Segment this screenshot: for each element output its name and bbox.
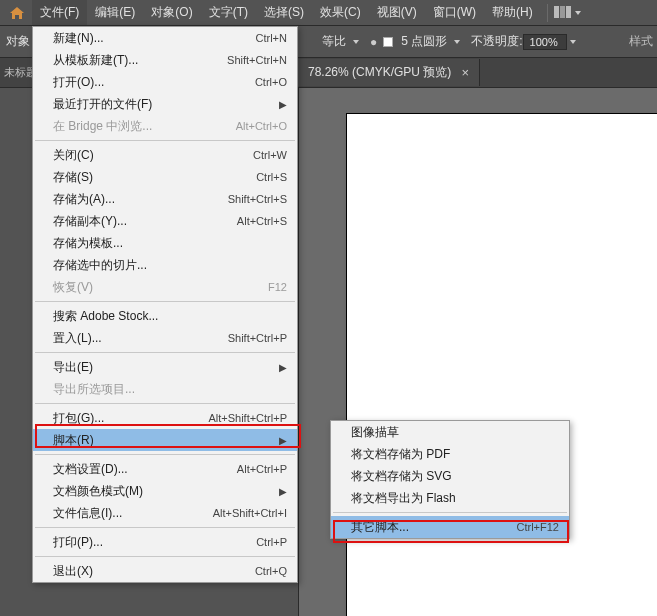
file-menu-item-label: 从模板新建(T)... (53, 52, 227, 69)
home-icon[interactable] (8, 4, 26, 22)
file-menu-item-label: 在 Bridge 中浏览... (53, 118, 236, 135)
submenu-arrow-icon: ▶ (279, 99, 287, 110)
close-icon[interactable]: × (461, 65, 469, 80)
file-menu-item-14[interactable]: 搜索 Adobe Stock... (33, 305, 297, 327)
script-menu-item-3[interactable]: 将文档导出为 Flash (331, 487, 569, 509)
layout-icon[interactable] (554, 6, 572, 20)
menu-file[interactable]: 文件(F) (32, 0, 87, 25)
file-menu-item-shortcut: Alt+Ctrl+P (237, 463, 287, 475)
file-menu-item-29[interactable]: 退出(X)Ctrl+Q (33, 560, 297, 582)
menu-help[interactable]: 帮助(H) (484, 0, 541, 25)
file-menu-item-label: 文档设置(D)... (53, 461, 237, 478)
script-menu-item-label: 其它脚本... (351, 519, 517, 536)
file-menu-item-0[interactable]: 新建(N)...Ctrl+N (33, 27, 297, 49)
file-menu-item-label: 退出(X) (53, 563, 255, 580)
doc-tab-label: 78.26% (CMYK/GPU 预览) (308, 64, 451, 81)
file-menu-item-label: 文件信息(I)... (53, 505, 213, 522)
file-menu-item-shortcut: Ctrl+O (255, 76, 287, 88)
opacity-label: 不透明度: (471, 33, 522, 50)
menu-window[interactable]: 窗口(W) (425, 0, 484, 25)
file-menu-item-label: 存储为(A)... (53, 191, 228, 208)
file-menu-item-17[interactable]: 导出(E)▶ (33, 356, 297, 378)
svg-rect-2 (566, 6, 571, 18)
file-menu-item-9[interactable]: 存储副本(Y)...Alt+Ctrl+S (33, 210, 297, 232)
file-menu-item-10[interactable]: 存储为模板... (33, 232, 297, 254)
submenu-arrow-icon: ▶ (279, 362, 287, 373)
file-menu-separator (35, 556, 295, 557)
file-menu-item-shortcut: Ctrl+N (256, 32, 287, 44)
file-menu-item-21[interactable]: 脚本(R)▶ (33, 429, 297, 451)
file-menu-item-shortcut: Ctrl+S (256, 171, 287, 183)
script-menu-item-label: 将文档导出为 Flash (351, 490, 559, 507)
scale-dropdown[interactable]: 等比 (318, 32, 360, 51)
script-menu-item-label: 将文档存储为 PDF (351, 446, 559, 463)
file-menu-item-label: 存储副本(Y)... (53, 213, 237, 230)
file-menu-item-shortcut: F12 (268, 281, 287, 293)
file-menu-item-7[interactable]: 存储(S)Ctrl+S (33, 166, 297, 188)
toolbar-style-label: 样式 (629, 33, 653, 50)
file-menu-item-shortcut: Shift+Ctrl+N (227, 54, 287, 66)
file-menu-item-label: 打印(P)... (53, 534, 256, 551)
menu-edit[interactable]: 编辑(E) (87, 0, 143, 25)
file-menu-item-shortcut: Shift+Ctrl+S (228, 193, 287, 205)
file-menu-item-3[interactable]: 最近打开的文件(F)▶ (33, 93, 297, 115)
file-menu-item-label: 存储为模板... (53, 235, 287, 252)
brush-dropdown[interactable]: 5 点圆形 (383, 32, 461, 51)
menu-view[interactable]: 视图(V) (369, 0, 425, 25)
script-submenu: 图像描草将文档存储为 PDF将文档存储为 SVG将文档导出为 Flash其它脚本… (330, 420, 570, 539)
script-menu-item-2[interactable]: 将文档存储为 SVG (331, 465, 569, 487)
submenu-arrow-icon: ▶ (279, 486, 287, 497)
file-menu-item-24[interactable]: 文档颜色模式(M)▶ (33, 480, 297, 502)
brush-value: 5 点圆形 (397, 32, 451, 51)
file-menu-item-27[interactable]: 打印(P)...Ctrl+P (33, 531, 297, 553)
file-menu-item-15[interactable]: 置入(L)...Shift+Ctrl+P (33, 327, 297, 349)
script-menu-item-shortcut: Ctrl+F12 (517, 521, 560, 533)
file-menu-item-label: 存储(S) (53, 169, 256, 186)
file-menu-item-8[interactable]: 存储为(A)...Shift+Ctrl+S (33, 188, 297, 210)
menu-text[interactable]: 文字(T) (201, 0, 256, 25)
file-menu-item-label: 新建(N)... (53, 30, 256, 47)
file-menu-item-6[interactable]: 关闭(C)Ctrl+W (33, 144, 297, 166)
file-menu-item-label: 置入(L)... (53, 330, 228, 347)
file-dropdown-menu: 新建(N)...Ctrl+N从模板新建(T)...Shift+Ctrl+N打开(… (32, 26, 298, 583)
file-menu-separator (35, 140, 295, 141)
doc-tab[interactable]: 78.26% (CMYK/GPU 预览) × (298, 59, 480, 86)
submenu-arrow-icon: ▶ (279, 435, 287, 446)
file-menu-item-label: 打包(G)... (53, 410, 208, 427)
script-menu-item-1[interactable]: 将文档存储为 PDF (331, 443, 569, 465)
menu-object[interactable]: 对象(O) (143, 0, 200, 25)
menubar-divider (547, 4, 548, 22)
file-menu-separator (35, 527, 295, 528)
menu-effect[interactable]: 效果(C) (312, 0, 369, 25)
script-menu-separator (333, 512, 567, 513)
file-menu-item-shortcut: Alt+Shift+Ctrl+P (208, 412, 287, 424)
file-menu-item-shortcut: Alt+Shift+Ctrl+I (213, 507, 287, 519)
file-menu-item-label: 脚本(R) (53, 432, 279, 449)
brush-swatch (383, 37, 393, 47)
file-menu-item-25[interactable]: 文件信息(I)...Alt+Shift+Ctrl+I (33, 502, 297, 524)
file-menu-item-shortcut: Alt+Ctrl+S (237, 215, 287, 227)
menu-select[interactable]: 选择(S) (256, 0, 312, 25)
file-menu-item-label: 恢复(V) (53, 279, 268, 296)
file-menu-item-1[interactable]: 从模板新建(T)...Shift+Ctrl+N (33, 49, 297, 71)
file-menu-item-11[interactable]: 存储选中的切片... (33, 254, 297, 276)
file-menu-item-20[interactable]: 打包(G)...Alt+Shift+Ctrl+P (33, 407, 297, 429)
file-menu-item-shortcut: Alt+Ctrl+O (236, 120, 287, 132)
script-menu-item-5[interactable]: 其它脚本...Ctrl+F12 (331, 516, 569, 538)
file-menu-item-2[interactable]: 打开(O)...Ctrl+O (33, 71, 297, 93)
svg-rect-0 (554, 6, 559, 18)
file-menu-separator (35, 454, 295, 455)
file-menu-separator (35, 301, 295, 302)
script-menu-item-0[interactable]: 图像描草 (331, 421, 569, 443)
file-menu-item-label: 关闭(C) (53, 147, 253, 164)
file-menu-item-4: 在 Bridge 中浏览...Alt+Ctrl+O (33, 115, 297, 137)
file-menu-separator (35, 352, 295, 353)
artboard (347, 114, 657, 616)
file-menu-item-label: 文档颜色模式(M) (53, 483, 279, 500)
file-menu-item-label: 打开(O)... (53, 74, 255, 91)
file-menu-item-23[interactable]: 文档设置(D)...Alt+Ctrl+P (33, 458, 297, 480)
menubar: 文件(F) 编辑(E) 对象(O) 文字(T) 选择(S) 效果(C) 视图(V… (0, 0, 657, 26)
file-menu-item-18: 导出所选项目... (33, 378, 297, 400)
file-menu-item-shortcut: Ctrl+P (256, 536, 287, 548)
opacity-input[interactable] (523, 34, 567, 50)
